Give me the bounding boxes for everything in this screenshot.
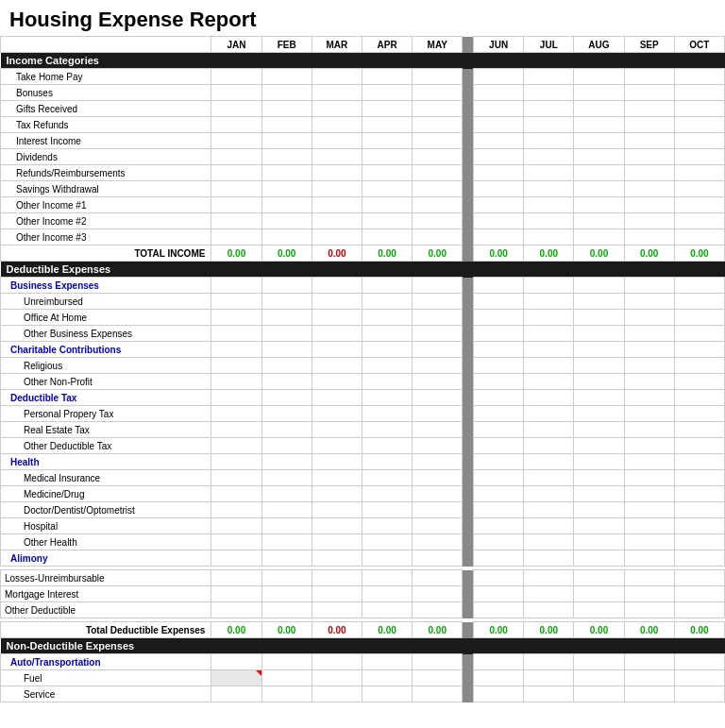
deductible-section-label: Deductible Expenses [1, 262, 725, 278]
deductible-total-jul: 0.00 [524, 622, 574, 638]
list-item: Doctor/Dentist/Optometrist [1, 502, 725, 518]
income-row-label: Take Home Pay [1, 69, 211, 85]
auto-transportation-header: Auto/Transportation [1, 654, 725, 670]
list-item: Refunds/Reimbursements [1, 165, 725, 181]
column-headers: JAN FEB MAR APR MAY JUN JUL AUG SEP OCT [1, 37, 725, 53]
business-expenses-header: Business Expenses [1, 278, 725, 294]
main-table: JAN FEB MAR APR MAY JUN JUL AUG SEP OCT … [0, 36, 725, 703]
income-row-label: Refunds/Reimbursements [1, 165, 211, 181]
list-item: Dividends [1, 149, 725, 165]
income-section-label: Income Categories [1, 53, 725, 69]
nondeductible-section-header: Non-Deductible Expenses [1, 638, 725, 654]
list-item: Medical Insurance [1, 470, 725, 486]
income-row-label: Savings Withdrawal [1, 181, 211, 197]
list-item: Take Home Pay [1, 69, 725, 85]
list-item: Other Income #3 [1, 229, 725, 245]
list-item: Gifts Received [1, 101, 725, 117]
list-item: Other Income #2 [1, 213, 725, 229]
total-sep: 0.00 [624, 245, 674, 262]
business-label: Business Expenses [1, 278, 211, 294]
deductible-total-jan: 0.00 [211, 622, 261, 638]
total-jan: 0.00 [211, 245, 261, 262]
list-item: Unreimbursed [1, 294, 725, 310]
deductible-total-feb: 0.00 [261, 622, 312, 638]
header-feb: FEB [261, 37, 312, 53]
nondeductible-section-label: Non-Deductible Expenses [1, 638, 725, 654]
header-may: MAY [413, 37, 463, 53]
total-apr: 0.00 [362, 245, 412, 262]
health-header: Health [1, 454, 725, 470]
income-row-label: Other Income #1 [1, 197, 211, 213]
list-item: Bonuses [1, 85, 725, 101]
list-item: Other Income #1 [1, 197, 725, 213]
header-jan: JAN [211, 37, 261, 53]
income-row-label: Interest Income [1, 133, 211, 149]
list-item: Other Deductible [1, 602, 725, 618]
list-item: Mortgage Interest [1, 586, 725, 602]
deductible-total-apr: 0.00 [362, 622, 412, 638]
list-item: Service [1, 686, 725, 703]
list-item: Hospital [1, 518, 725, 534]
deductible-total-sep: 0.00 [624, 622, 674, 638]
income-row-label: Tax Refunds [1, 117, 211, 133]
total-may: 0.00 [413, 245, 463, 262]
list-item: Real Estate Tax [1, 422, 725, 438]
list-item: Other Deductible Tax [1, 438, 725, 454]
list-item: Interest Income [1, 133, 725, 149]
total-jul: 0.00 [524, 245, 574, 262]
list-item: Other Health [1, 534, 725, 550]
header-jun: JUN [474, 37, 524, 53]
income-row-label: Other Income #3 [1, 229, 211, 245]
income-row-label: Other Income #2 [1, 213, 211, 229]
list-item: Other Non-Profit [1, 374, 725, 390]
list-item: Savings Withdrawal [1, 181, 725, 197]
deductible-section-header: Deductible Expenses [1, 262, 725, 278]
total-deductible-row: Total Deductible Expenses 0.00 0.00 0.00… [1, 622, 725, 638]
total-income-label: TOTAL INCOME [1, 245, 211, 262]
page-title: Housing Expense Report [9, 8, 716, 32]
total-jun: 0.00 [474, 245, 524, 262]
header-mar: MAR [312, 37, 362, 53]
deductible-total-mar: 0.00 [312, 622, 362, 638]
list-item: Religious [1, 358, 725, 374]
list-item: Fuel [1, 670, 725, 686]
total-mar: 0.00 [312, 245, 362, 262]
list-item: Personal Propery Tax [1, 406, 725, 422]
income-row-label: Dividends [1, 149, 211, 165]
column-divider [463, 37, 474, 53]
list-item: Medicine/Drug [1, 486, 725, 502]
total-feb: 0.00 [261, 245, 312, 262]
list-item: Other Business Expenses [1, 326, 725, 342]
header-aug: AUG [574, 37, 624, 53]
header-oct: OCT [674, 37, 724, 53]
auto-label: Auto/Transportation [1, 654, 211, 670]
total-deductible-label: Total Deductible Expenses [1, 622, 211, 638]
deductible-tax-header: Deductible Tax [1, 390, 725, 406]
list-item: Tax Refunds [1, 117, 725, 133]
deductible-total-jun: 0.00 [474, 622, 524, 638]
income-row-label: Gifts Received [1, 101, 211, 117]
deductible-total-oct: 0.00 [674, 622, 724, 638]
list-item: Losses-Unreimbursable [1, 570, 725, 586]
total-aug: 0.00 [574, 245, 624, 262]
header-sep: SEP [624, 37, 674, 53]
deductible-total-may: 0.00 [413, 622, 463, 638]
label-header [1, 37, 211, 53]
red-flag-indicator [256, 670, 261, 676]
total-income-row: TOTAL INCOME 0.00 0.00 0.00 0.00 0.00 0.… [1, 245, 725, 262]
charitable-header: Charitable Contributions [1, 342, 725, 358]
alimony-header: Alimony [1, 550, 725, 567]
deductible-total-aug: 0.00 [574, 622, 624, 638]
total-oct: 0.00 [674, 245, 724, 262]
income-section-header: Income Categories [1, 53, 725, 69]
header-apr: APR [362, 37, 412, 53]
list-item: Office At Home [1, 310, 725, 326]
income-row-label: Bonuses [1, 85, 211, 101]
header-jul: JUL [524, 37, 574, 53]
